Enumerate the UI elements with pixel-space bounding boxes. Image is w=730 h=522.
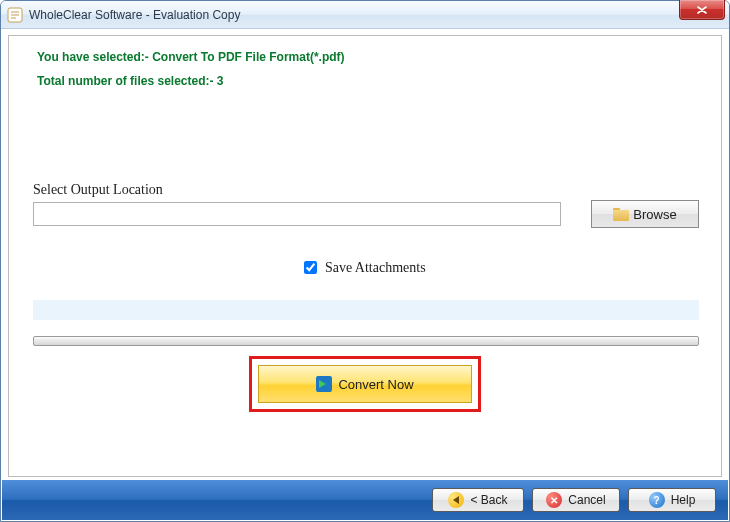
app-icon (7, 7, 23, 23)
close-button[interactable] (679, 0, 725, 20)
back-label: < Back (470, 493, 507, 507)
progress-bar (33, 336, 699, 346)
help-button[interactable]: ? Help (628, 488, 716, 512)
file-count-text: Total number of files selected:- 3 (9, 64, 721, 88)
help-icon: ? (649, 492, 665, 508)
save-attachments-checkbox[interactable] (304, 261, 317, 274)
back-button[interactable]: < Back (432, 488, 524, 512)
folder-icon (613, 208, 629, 221)
progress-status-band (33, 300, 699, 320)
footer-bar: < Back ✕ Cancel ? Help (2, 480, 728, 520)
browse-button[interactable]: Browse (591, 200, 699, 228)
cancel-button[interactable]: ✕ Cancel (532, 488, 620, 512)
app-window: WholeClear Software - Evaluation Copy Yo… (0, 0, 730, 522)
browse-label: Browse (633, 207, 676, 222)
window-title: WholeClear Software - Evaluation Copy (29, 8, 240, 22)
back-arrow-icon (448, 492, 464, 508)
help-label: Help (671, 493, 696, 507)
convert-icon (316, 376, 332, 392)
content-panel: You have selected:- Convert To PDF File … (8, 35, 722, 477)
save-attachments-row: Save Attachments (9, 260, 721, 276)
output-location-input[interactable] (33, 202, 561, 226)
convert-highlight: Convert Now (249, 356, 481, 412)
convert-label: Convert Now (338, 377, 413, 392)
cancel-icon: ✕ (546, 492, 562, 508)
titlebar: WholeClear Software - Evaluation Copy (1, 1, 729, 29)
output-location-label: Select Output Location (33, 182, 163, 198)
cancel-label: Cancel (568, 493, 605, 507)
save-attachments-label: Save Attachments (325, 260, 426, 275)
selected-format-text: You have selected:- Convert To PDF File … (9, 36, 721, 64)
convert-now-button[interactable]: Convert Now (258, 365, 472, 403)
